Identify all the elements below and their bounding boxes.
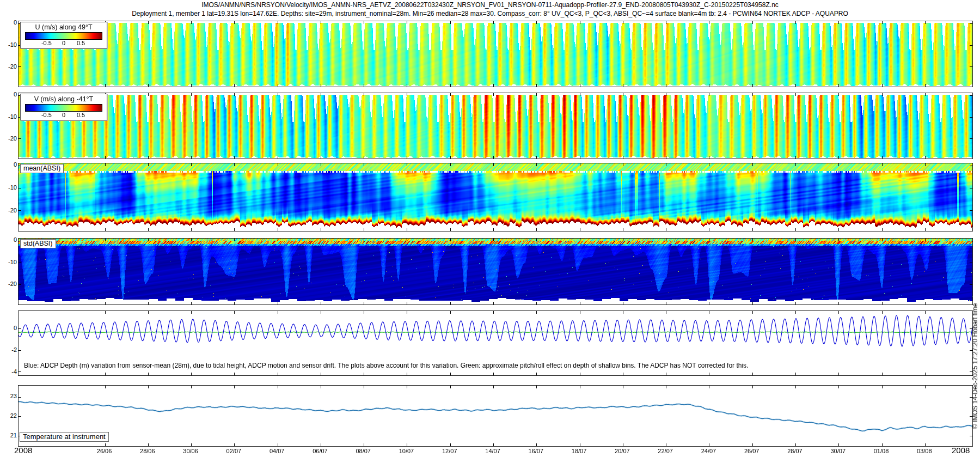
x-tick-label: 22/07 bbox=[658, 448, 673, 454]
x-tick-label: 01/08 bbox=[874, 448, 889, 454]
y-tick-label: -10 bbox=[1, 184, 17, 191]
x-tick-label: 26/07 bbox=[744, 448, 759, 454]
y-tick-label: 0 bbox=[1, 19, 17, 26]
y-tick-label: -20 bbox=[1, 207, 17, 214]
temperature-panel bbox=[18, 385, 973, 447]
x-tick-label: 28/07 bbox=[787, 448, 803, 454]
x-tick-label: 04/07 bbox=[270, 448, 285, 454]
std-absi-heatmap-canvas bbox=[19, 239, 972, 304]
u-velocity-panel bbox=[18, 21, 973, 87]
y-tick-label: 22 bbox=[1, 412, 17, 419]
x-tick-label: 14/07 bbox=[485, 448, 500, 454]
mean-absi-label: mean(ABSI) bbox=[20, 164, 64, 173]
x-axis-year-left: 2008 bbox=[14, 446, 32, 455]
y-tick-label: -4 bbox=[1, 368, 17, 375]
x-tick-label: 10/07 bbox=[399, 448, 414, 454]
v-velocity-panel bbox=[18, 93, 973, 159]
colorbar-tick-label: 0 bbox=[62, 40, 65, 46]
y-tick-label: 21 bbox=[1, 432, 17, 438]
colorbar-tick-label: 0.5 bbox=[77, 112, 85, 118]
y-tick-label: 23 bbox=[1, 393, 17, 399]
y-tick-label: -10 bbox=[1, 41, 17, 48]
mean-absi-panel bbox=[18, 163, 973, 232]
figure-title-line2: Deployment 1, member 1 lat=19.31S lon=14… bbox=[0, 10, 980, 17]
y-tick-label: 0 bbox=[1, 91, 17, 98]
v-legend-title: V (m/s) along -41°T bbox=[21, 94, 107, 103]
y-tick-label: 0 bbox=[1, 161, 17, 168]
std-absi-label: std(ABSI) bbox=[20, 239, 56, 248]
u-colorbar-tick-labels: -0.5 0 0.5 bbox=[21, 40, 107, 48]
y-tick-label: 0 bbox=[1, 236, 17, 243]
mean-absi-heatmap-canvas bbox=[19, 163, 972, 231]
temperature-label: Temperature at instrument bbox=[20, 432, 109, 442]
colorbar-tick-label: -0.5 bbox=[41, 40, 52, 46]
temperature-line-canvas bbox=[19, 386, 972, 446]
v-colorbar-tick-labels: -0.5 0 0.5 bbox=[21, 112, 107, 120]
v-colorbar-gradient bbox=[25, 104, 102, 112]
y-tick-label: 0 bbox=[1, 325, 17, 331]
figure-title-line1: IMOS/ANMN/NRS/NRSYON/Velocity/IMOS_ANMN-… bbox=[0, 1, 980, 9]
y-tick-label: -10 bbox=[1, 259, 17, 265]
u-colorbar-legend: U (m/s) along 49°T -0.5 0 0.5 bbox=[20, 22, 107, 48]
x-tick-label: 28/06 bbox=[140, 448, 155, 454]
x-tick-label: 06/07 bbox=[313, 448, 328, 454]
x-tick-label: 30/06 bbox=[183, 448, 198, 454]
y-tick-label: -20 bbox=[1, 135, 17, 142]
colorbar-tick-label: -0.5 bbox=[41, 112, 52, 118]
u-velocity-heatmap-canvas bbox=[19, 21, 972, 87]
copyright-watermark: © IMOS 14-Dec-2025 17:27:20 Hobart time bbox=[971, 303, 979, 429]
colorbar-tick-label: 0.5 bbox=[77, 40, 85, 46]
x-tick-label: 08/07 bbox=[356, 448, 371, 454]
x-tick-label: 12/07 bbox=[442, 448, 457, 454]
x-tick-label: 20/07 bbox=[615, 448, 630, 454]
x-tick-label: 24/07 bbox=[701, 448, 716, 454]
y-tick-label: -20 bbox=[1, 281, 17, 287]
std-absi-panel bbox=[18, 238, 973, 305]
y-tick-label: -10 bbox=[1, 113, 17, 120]
colorbar-tick-label: 0 bbox=[62, 112, 65, 118]
u-legend-title: U (m/s) along 49°T bbox=[21, 22, 107, 32]
y-tick-label: -20 bbox=[1, 63, 17, 70]
x-tick-label: 30/07 bbox=[830, 448, 846, 454]
x-tick-label: 18/07 bbox=[572, 448, 587, 454]
x-axis-year-right: 2008 bbox=[952, 446, 970, 455]
x-tick-label: 26/06 bbox=[97, 448, 112, 454]
x-tick-label: 02/07 bbox=[226, 448, 242, 454]
v-velocity-heatmap-canvas bbox=[19, 93, 972, 159]
x-tick-label: 16/07 bbox=[529, 448, 544, 454]
v-colorbar-legend: V (m/s) along -41°T -0.5 0 0.5 bbox=[20, 94, 107, 120]
depth-variation-caption: Blue: ADCP Depth (m) variation from sens… bbox=[24, 362, 748, 369]
x-tick-label: 03/08 bbox=[917, 448, 932, 454]
y-tick-label: -2 bbox=[1, 346, 17, 353]
u-colorbar-gradient bbox=[25, 32, 102, 40]
